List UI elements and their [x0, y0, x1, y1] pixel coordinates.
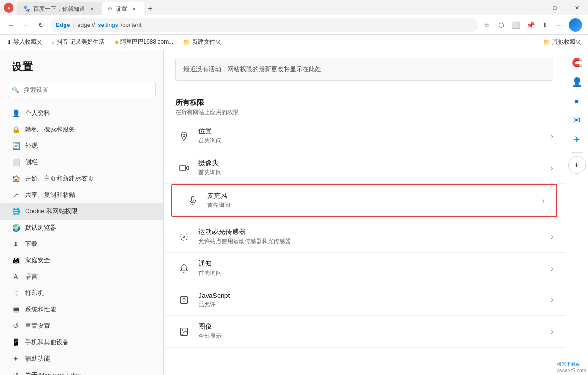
svg-point-0	[183, 134, 185, 136]
folder-icon: 📁	[183, 39, 190, 46]
language-label: 语言	[25, 272, 38, 281]
permission-microphone[interactable]: 麦克风 首先询问 ›	[171, 184, 557, 217]
downloads-label: 下载	[25, 240, 38, 248]
activity-text: 最近没有活动，网站权限的最新更改将显示在此处	[183, 65, 321, 73]
pin-button[interactable]: 📌	[523, 18, 537, 32]
permission-images[interactable]: 图像 全部显示 ›	[164, 316, 565, 348]
tab-baidu[interactable]: 🐾 百度一下，你就知道 ✕	[17, 2, 102, 15]
more-button[interactable]: ···	[552, 18, 566, 32]
camera-name: 摄像头	[198, 159, 551, 168]
location-icon	[175, 128, 193, 145]
permission-camera[interactable]: 摄像头 首先询问 ›	[164, 152, 565, 184]
svg-rect-1	[180, 165, 186, 171]
camera-sub: 首先询问	[198, 168, 551, 177]
sidebar-icon: ⬜	[12, 158, 20, 167]
close-button[interactable]: ✕	[566, 0, 588, 15]
microphone-sub: 首先询问	[207, 201, 542, 209]
sidebar-item-privacy[interactable]: 🔒隐私、搜索和服务	[0, 121, 163, 138]
download-button[interactable]: ⬇	[538, 18, 551, 32]
language-icon: A	[12, 272, 20, 281]
bookmark-import[interactable]: ⬇ 导入收藏夹	[4, 37, 45, 47]
profile-avatar[interactable]: ●	[4, 3, 13, 13]
reset-label: 重置设置	[25, 322, 50, 330]
main-area: 设置 🔍 👤个人资料🔒隐私、搜索和服务🔄外观⬜侧栏🏠开始、主页和新建标签页↗共享…	[0, 50, 588, 375]
sidebar-title: 设置	[0, 60, 163, 82]
sidebar-item-downloads[interactable]: ⬇下载	[0, 236, 163, 252]
sidebar-item-profile[interactable]: 👤个人资料	[0, 105, 163, 121]
split-view-button[interactable]: ⬜	[509, 18, 523, 32]
bookmark-other[interactable]: 📁 其他收藏夹	[540, 37, 584, 47]
permission-notifications[interactable]: 通知 首先询问 ›	[164, 253, 565, 284]
collections-button[interactable]: ⬡	[495, 18, 508, 32]
rp-icon-email[interactable]: ✉	[568, 112, 586, 129]
accessibility-label: 辅助功能	[25, 354, 50, 363]
window-controls: ─ □ ✕	[522, 0, 588, 15]
permission-location[interactable]: 位置 首先询问 ›	[164, 120, 565, 152]
privacy-icon: 🔒	[12, 125, 20, 134]
notifications-sub: 首先询问	[198, 269, 551, 277]
notifications-name: 通知	[198, 259, 551, 268]
default-icon: 🌍	[12, 223, 20, 232]
other-folder-icon: 📁	[543, 39, 550, 46]
edge-icon[interactable]	[567, 16, 584, 34]
sidebar-item-family[interactable]: 👨‍👩‍👧家庭安全	[0, 252, 163, 269]
bookmark-newfolder[interactable]: 📁 新建文件夹	[180, 37, 224, 47]
rp-icon-profile[interactable]: 👤	[568, 73, 586, 91]
back-button[interactable]: ←	[4, 18, 17, 32]
javascript-icon	[175, 291, 193, 309]
sidebar-item-mobile[interactable]: 📱手机和其他设备	[0, 334, 163, 350]
rp-icon-send[interactable]: ✈	[568, 131, 586, 148]
accessibility-icon: ✦	[12, 354, 20, 363]
tab-settings-close[interactable]: ✕	[130, 5, 138, 13]
sidebar-item-printer[interactable]: 🖨打印机	[0, 285, 163, 301]
location-name: 位置	[198, 127, 551, 136]
location-sub: 首先询问	[198, 137, 551, 145]
refresh-button[interactable]: ↻	[35, 18, 48, 32]
svg-point-8	[182, 329, 183, 331]
address-separator: |	[73, 21, 74, 28]
privacy-label: 隐私、搜索和服务	[25, 125, 75, 134]
sidebar-item-system[interactable]: 💻系统和性能	[0, 301, 163, 318]
sidebar-item-language[interactable]: A语言	[0, 269, 163, 285]
tab-settings[interactable]: ⚙ 设置 ✕	[102, 2, 144, 15]
bookmark-tiktok[interactable]: ♪ 抖音-记录美好生活	[49, 37, 108, 47]
about-icon: ↺	[12, 371, 20, 375]
camera-icon	[175, 159, 193, 177]
sidebar-item-cookies[interactable]: 🌐Cookie 和网站权限	[0, 203, 163, 220]
forward-button[interactable]: →	[19, 18, 33, 32]
address-bar[interactable]: Edge | edge://settings/content	[50, 18, 478, 32]
sidebar-item-appearance[interactable]: 🔄外观	[0, 138, 163, 154]
rp-add-button[interactable]: +	[568, 156, 586, 174]
camera-arrow: ›	[551, 164, 553, 172]
permissions-list: 位置 首先询问 › 摄像头 首先询问 › 麦克风 首先询问 › 运动或光传感器 …	[164, 120, 565, 348]
motion-name: 运动或光传感器	[198, 228, 551, 236]
sidebar-item-reset[interactable]: ↺重置设置	[0, 318, 163, 334]
maximize-button[interactable]: □	[544, 0, 566, 15]
activity-box: 最近没有活动，网站权限的最新更改将显示在此处	[175, 58, 553, 81]
appearance-label: 外观	[25, 142, 38, 150]
sidebar-item-sidebar[interactable]: ⬜侧栏	[0, 154, 163, 170]
sidebar-label: 侧栏	[25, 158, 38, 167]
sidebar-item-accessibility[interactable]: ✦辅助功能	[0, 350, 163, 367]
settings-content: 最近没有活动，网站权限的最新更改将显示在此处 所有权限 在所有网站上应用的权限 …	[164, 50, 565, 375]
search-input[interactable]	[8, 82, 156, 97]
cookies-label: Cookie 和网站权限	[25, 207, 78, 216]
tab-baidu-close[interactable]: ✕	[88, 5, 96, 13]
rp-icon-briefcase[interactable]: 🧲	[568, 54, 586, 71]
svg-point-5	[183, 236, 184, 237]
sidebar-item-share[interactable]: ↗共享、复制和粘贴	[0, 187, 163, 203]
tiktok-icon: ♪	[52, 39, 55, 45]
bookmark-alibaba[interactable]: ◆ 阿里巴巴1688.com...	[112, 37, 177, 47]
sidebar-item-default[interactable]: 🌍默认浏览器	[0, 220, 163, 236]
motion-sub: 允许站点使用运动传感器和光传感器	[198, 237, 551, 246]
permission-javascript[interactable]: JavaScript 已允许 ›	[164, 284, 565, 316]
favorites-button[interactable]: ☆	[480, 18, 494, 32]
sidebar-item-about[interactable]: ↺关于 Microsoft Edge	[0, 367, 163, 375]
right-side-panel: 🧲 👤 ● ✉ ✈ +	[565, 50, 588, 375]
new-tab-button[interactable]: +	[144, 2, 157, 15]
rp-icon-circle[interactable]: ●	[568, 92, 586, 110]
sidebar-item-startup[interactable]: 🏠开始、主页和新建标签页	[0, 170, 163, 187]
permission-motion[interactable]: 运动或光传感器 允许站点使用运动传感器和光传感器 ›	[164, 221, 565, 253]
reset-icon: ↺	[12, 322, 20, 330]
minimize-button[interactable]: ─	[522, 0, 544, 15]
